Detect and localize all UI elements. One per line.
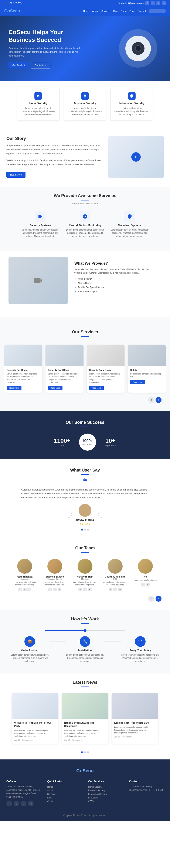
stat-0: 1100+ User [54, 437, 71, 447]
footer-col-heading-0: CoSecu [6, 780, 41, 783]
camera-circle [119, 29, 157, 68]
footer-link-2-4[interactable]: CCTV [88, 800, 123, 803]
nav-shop[interactable]: Shop [121, 10, 126, 12]
team-fb-4[interactable]: f [141, 583, 145, 587]
testimonial-next[interactable]: › [98, 512, 104, 518]
provide-list: ✓Home Security ✓Always Online ✓Provide O… [74, 277, 155, 294]
dot-2[interactable] [87, 529, 89, 531]
nav-home[interactable]: Home [83, 10, 89, 12]
camera-lens [132, 42, 144, 55]
team-li-0[interactable]: in [28, 588, 31, 591]
story-img-box [109, 136, 164, 178]
footer-li-icon[interactable]: in [28, 801, 34, 806]
story-text: Our Story Suspendisse ac ipsum vitae sem… [6, 136, 102, 178]
team-member-0: reath Hatchett Salesman Lorem ipsum dolo… [11, 559, 38, 591]
service-card-title-3: Safety [130, 369, 163, 371]
nav-blog[interactable]: Blog [113, 10, 118, 12]
team-fb-1[interactable]: f [48, 588, 52, 591]
testimonial-prev[interactable]: ‹ [66, 512, 72, 518]
news-title-0: We Need to Rent a Room For Our Party [14, 721, 56, 728]
team-tw-1[interactable]: t [53, 588, 57, 591]
news-meta-2: Jan 20 7 Comments [114, 736, 156, 738]
contact-us-button[interactable]: Contact Us [31, 62, 50, 68]
footer-tw-icon[interactable]: t [13, 801, 19, 806]
footer-link-1-3[interactable]: Blog [47, 796, 82, 800]
hero-description: Curabitur blandit tempus porttitor. Aene… [8, 46, 89, 58]
service-item-0: Security Systems Lorem ipsum dolor sit a… [21, 211, 59, 238]
team-tw-2[interactable]: t [83, 588, 87, 591]
news-title-2: Keeping First Responders Safe [114, 721, 156, 724]
service-readmore-0[interactable]: Read More [7, 386, 22, 390]
linkedin-icon[interactable]: in [162, 1, 166, 5]
read-more-button[interactable]: Read More [6, 172, 26, 178]
dot-1[interactable] [84, 529, 86, 531]
nav-services[interactable]: Services [101, 10, 110, 12]
stat-circle: 1000+ Happy User [79, 434, 96, 451]
news-card-2: Keeping First Responders Safe Lorem ipsu… [112, 693, 158, 744]
service-readmore-2[interactable]: Read More [89, 386, 104, 390]
nav-contact[interactable]: Contact [138, 10, 146, 12]
provide-item-0: ✓Home Security [74, 277, 155, 281]
nav-about[interactable]: About [92, 10, 98, 12]
news-dot-2[interactable] [87, 751, 89, 753]
news-dot-0[interactable] [81, 751, 83, 753]
team-fb-0[interactable]: f [18, 588, 22, 591]
footer-link-2-2[interactable]: Information Security [88, 792, 123, 796]
footer-col-heading-2: Our Services [88, 780, 123, 783]
footer-gp-icon[interactable]: g [21, 801, 26, 806]
service-card-desc-2: Lorem ipsum consectetur adipiscing elit.… [89, 373, 122, 384]
footer-link-1-2[interactable]: Services [47, 792, 82, 796]
success-heading: Our Some Success [4, 420, 166, 425]
team-li-2[interactable]: in [88, 588, 92, 591]
team-prev-button[interactable]: ‹ [148, 596, 154, 601]
nav-price[interactable]: Price [129, 10, 135, 12]
team-name-1: Stephen Banach [41, 576, 69, 578]
team-avatar-3 [108, 559, 123, 574]
footer-link-1-1[interactable]: About [47, 789, 82, 792]
service-readmore-3[interactable]: Read More [130, 380, 145, 384]
service-card-3: Safety Lorem ipsum consectetur adipiscin… [128, 345, 166, 393]
footer-link-2-1[interactable]: Business Security [88, 789, 123, 792]
services-next-button[interactable]: › [156, 397, 162, 403]
facebook-icon[interactable]: f [145, 1, 149, 5]
twitter-icon[interactable]: t [151, 1, 155, 5]
play-button[interactable] [131, 152, 141, 162]
team-li-1[interactable]: in [57, 588, 61, 591]
team-tw-0[interactable]: t [23, 588, 27, 591]
logo[interactable]: CoSecu [4, 8, 20, 13]
star-rating: ★★★★★ [79, 523, 91, 526]
hero-buttons: Get Product Contact Us [8, 62, 89, 68]
awesome-services-heading: We Provide Awesome Services [4, 193, 166, 198]
how-works-heading: How It's Work [4, 617, 166, 621]
success-section: Our Some Success 1100+ User 1000+ Happy … [0, 411, 170, 459]
news-dot-1[interactable] [84, 751, 86, 753]
search-input[interactable] [149, 9, 166, 13]
team-socials-2: f t in [71, 588, 99, 591]
team-tw-3[interactable]: t [113, 588, 117, 591]
team-fb-3[interactable]: f [109, 588, 113, 591]
team-fb-2[interactable]: f [78, 588, 82, 591]
footer-link-2-0[interactable]: Home Security [88, 785, 123, 789]
team-name-3: Courtney M. Smith [101, 576, 129, 578]
footer-fb-icon[interactable]: f [6, 801, 12, 806]
stat-label-1: Happy User [82, 443, 93, 445]
footer-link-1-4[interactable]: Contact [47, 800, 82, 803]
how-works-section: How It's Work 📦 Order Product Lorem ipsu… [0, 610, 170, 674]
service-card-desc-0: Lorem ipsum consectetur adipiscing elit.… [7, 373, 40, 384]
team-next-button[interactable]: › [156, 596, 162, 601]
footer-link-1-0[interactable]: Home [47, 785, 82, 789]
dot-0[interactable] [81, 529, 83, 531]
team-tw-4[interactable]: t [146, 583, 150, 587]
story-heading: Our Story [6, 136, 102, 141]
news-body-2: Keeping First Responders Safe Lorem ipsu… [112, 719, 158, 741]
service-readmore-1[interactable]: Read More [48, 386, 63, 390]
services-prev-button[interactable]: ‹ [148, 397, 154, 403]
footer-col-text-3: 123 Street, City, Country phone@email.co… [129, 785, 164, 792]
google-icon[interactable]: g [157, 1, 160, 5]
team-li-3[interactable]: in [118, 588, 122, 591]
news-heading: Latest News [4, 680, 166, 685]
latest-news-section: Latest News We Need to Rent a Room For O… [0, 674, 170, 760]
get-product-button[interactable]: Get Product [8, 62, 29, 68]
footer-link-2-3[interactable]: Fire Alarm [88, 796, 123, 800]
footer-logo[interactable]: CoSecu [76, 768, 94, 774]
